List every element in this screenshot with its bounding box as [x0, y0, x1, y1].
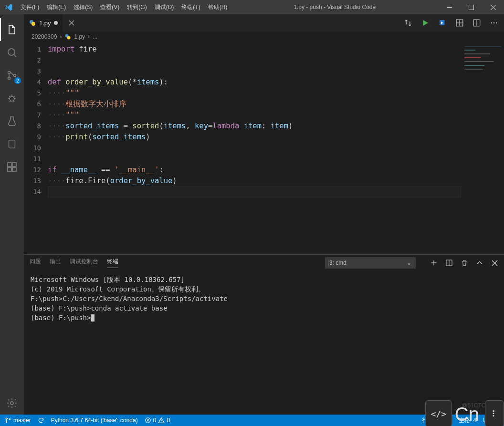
panel-tab[interactable]: 问题 [30, 258, 41, 268]
run-icon[interactable] [421, 19, 430, 27]
svg-point-5 [14, 74, 16, 77]
minimize-button[interactable] [438, 0, 460, 14]
svg-rect-0 [447, 7, 452, 8]
encoding[interactable]: UTF-8 [483, 417, 499, 424]
maximize-button[interactable] [460, 0, 482, 14]
svg-rect-7 [9, 140, 15, 148]
code-line[interactable] [48, 55, 461, 66]
dirty-indicator-icon [54, 21, 58, 25]
window-title: 1.py - push - Visual Studio Code [231, 4, 438, 10]
editor-tabs: 1.py [24, 14, 504, 31]
svg-point-19 [494, 22, 494, 23]
svg-point-22 [67, 36, 71, 40]
svg-point-2 [8, 49, 15, 55]
scm-badge: 2 [14, 77, 21, 84]
source-control-icon[interactable]: 2 [0, 64, 24, 87]
terminal-line: Microsoft Windows [版本 10.0.18362.657] [31, 275, 497, 284]
close-button[interactable] [482, 0, 504, 14]
code-line[interactable]: if __name__ == '__main__': [48, 165, 461, 176]
breadcrumbs[interactable]: 20200309 › 1.py › ... [24, 31, 504, 42]
run-file-icon[interactable] [438, 19, 447, 27]
menu-item[interactable]: 帮助(H) [204, 3, 231, 11]
git-branch-icon [5, 417, 11, 424]
menu-item[interactable]: 转到(G) [123, 3, 150, 11]
settings-gear-icon[interactable] [0, 392, 24, 415]
code-editor[interactable]: import firedef order_by_value(*items):··… [48, 42, 461, 254]
menu-item[interactable]: 文件(F) [17, 3, 43, 11]
vscode-logo-icon [0, 3, 17, 11]
panel-close-icon[interactable] [491, 260, 498, 267]
code-line[interactable]: def order_by_value(*items): [48, 77, 461, 88]
svg-point-25 [6, 421, 7, 422]
breadcrumb-seg[interactable]: 20200309 [32, 33, 57, 40]
status-bar: master Python 3.6.7 64-bit ('base': cond… [0, 415, 504, 426]
svg-point-26 [9, 419, 10, 420]
breadcrumb-seg[interactable]: ... [93, 33, 97, 40]
activity-bar: 2 [0, 14, 24, 415]
debug-icon[interactable] [0, 87, 24, 110]
svg-point-6 [10, 96, 14, 101]
explorer-icon[interactable] [0, 18, 24, 41]
code-line[interactable] [48, 66, 461, 77]
svg-rect-10 [12, 167, 16, 171]
python-env[interactable]: Python 3.6.7 64-bit ('base': conda) [51, 417, 138, 424]
code-line[interactable]: import fire [48, 44, 461, 55]
code-line[interactable] [48, 154, 461, 165]
minimap[interactable] [461, 42, 504, 254]
panel-tab[interactable]: 终端 [107, 258, 118, 268]
split-editor-icon[interactable] [472, 19, 481, 27]
terminal[interactable]: Microsoft Windows [版本 10.0.18362.657](c)… [24, 271, 504, 415]
indentation[interactable]: 空格: 4 [459, 416, 476, 425]
panel: 问题输出调试控制台终端 3: cmd ⌄ Microsoft Windows [… [24, 254, 504, 415]
bookmark-icon[interactable] [0, 133, 24, 156]
extensions-icon[interactable] [0, 156, 24, 178]
test-icon[interactable] [0, 110, 24, 133]
terminal-selector-label: 3: cmd [329, 260, 346, 266]
tab-1py[interactable]: 1.py [24, 14, 63, 31]
menu-item[interactable]: 调试(D) [151, 3, 178, 11]
panel-tab[interactable]: 调试控制台 [70, 258, 98, 268]
code-line[interactable]: ····print(sorted_items) [48, 132, 461, 143]
compare-changes-icon[interactable] [404, 19, 412, 27]
sync-icon[interactable] [38, 417, 44, 424]
svg-rect-11 [12, 163, 16, 166]
svg-rect-9 [8, 167, 11, 171]
line-gutter: 1234567891011121314 [24, 42, 48, 254]
menu-item[interactable]: 编辑(E) [43, 3, 70, 11]
breadcrumb-seg[interactable]: 1.py [74, 33, 85, 40]
chevron-right-icon: › [88, 33, 90, 40]
code-line[interactable]: ····根据数字大小排序 [48, 99, 461, 110]
menu-item[interactable]: 选择(S) [70, 3, 96, 11]
terminal-line: (base) F:\push> [31, 313, 497, 322]
git-branch[interactable]: master [5, 417, 31, 424]
code-line[interactable]: ····""" [48, 88, 461, 99]
panel-tab[interactable]: 输出 [50, 258, 61, 268]
more-actions-icon[interactable] [490, 19, 498, 27]
code-line[interactable] [48, 143, 461, 154]
svg-point-3 [8, 72, 10, 74]
kill-terminal-icon[interactable] [461, 259, 468, 267]
svg-point-12 [10, 402, 13, 405]
split-terminal-icon[interactable] [445, 259, 453, 267]
watermark-text: @51CTO博客 [462, 402, 497, 410]
code-line[interactable]: ····""" [48, 110, 461, 121]
menu-item[interactable]: 终端(T) [178, 3, 204, 11]
terminal-line: F:\push>C:/Users/Ckend/Anaconda3/Scripts… [31, 294, 497, 303]
code-line[interactable]: ····fire.Fire(order_by_value) [48, 176, 461, 187]
code-line[interactable] [48, 187, 461, 197]
panel-maximize-icon[interactable] [476, 259, 483, 267]
chevron-down-icon: ⌄ [407, 260, 411, 266]
code-line[interactable]: ····sorted_items = sorted(items, key=lam… [48, 121, 461, 132]
menu-item[interactable]: 查看(V) [96, 3, 123, 11]
svg-point-18 [491, 22, 492, 23]
problems-status[interactable]: 0 0 [145, 417, 170, 424]
cursor-position[interactable]: 行 14，列 1 [422, 416, 452, 425]
grid-layout-icon[interactable] [455, 19, 464, 27]
search-icon[interactable] [0, 41, 24, 64]
new-terminal-icon[interactable] [430, 259, 438, 267]
tab-close-icon[interactable] [68, 20, 75, 26]
terminal-selector[interactable]: 3: cmd ⌄ [325, 257, 416, 269]
python-file-icon [29, 19, 36, 27]
terminal-line: (c) 2019 Microsoft Corporation。保留所有权利。 [31, 284, 497, 294]
python-file-icon [64, 33, 71, 40]
